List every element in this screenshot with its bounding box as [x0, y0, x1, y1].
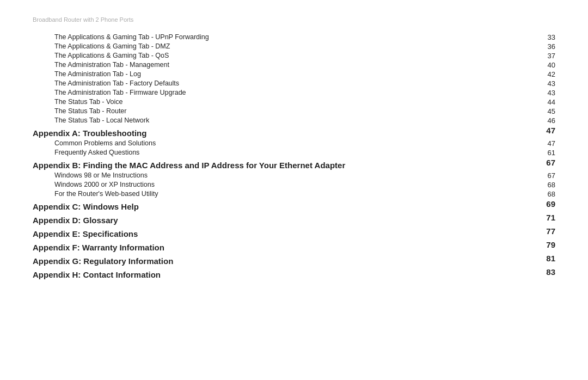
toc-page: 69: [541, 199, 555, 212]
toc-label: Appendix A: Troubleshooting: [33, 125, 541, 139]
toc-label: Appendix C: Windows Help: [33, 199, 541, 212]
toc-label: Appendix G: Regulatory Information: [33, 253, 541, 267]
toc-label: Common Problems and Solutions: [33, 139, 541, 148]
toc-row: The Applications & Gaming Tab - DMZ36: [33, 42, 555, 51]
toc-label: For the Router's Web-based Utility: [33, 189, 541, 199]
toc-page: 47: [541, 139, 555, 148]
toc-page: 71: [541, 212, 555, 226]
toc-row: The Status Tab - Voice44: [33, 97, 555, 107]
toc-page: 68: [541, 189, 555, 199]
toc-row: Appendix G: Regulatory Information81: [33, 253, 555, 267]
toc-page: 43: [541, 79, 555, 88]
toc-label: Windows 98 or Me Instructions: [33, 171, 541, 180]
toc-page: 46: [541, 116, 555, 125]
toc-page: 40: [541, 60, 555, 70]
toc-label: Appendix F: Warranty Information: [33, 240, 541, 253]
toc-page: 79: [541, 240, 555, 253]
toc-page: 67: [541, 171, 555, 180]
toc-row: The Applications & Gaming Tab - UPnP For…: [33, 33, 555, 42]
toc-page: 37: [541, 51, 555, 60]
toc-row: Common Problems and Solutions47: [33, 139, 555, 148]
toc-label: Appendix E: Specifications: [33, 226, 541, 240]
toc-label: Appendix D: Glossary: [33, 212, 541, 226]
toc-label: The Applications & Gaming Tab - QoS: [33, 51, 541, 60]
toc-label: Frequently Asked Questions: [33, 148, 541, 157]
toc-row: For the Router's Web-based Utility68: [33, 189, 555, 199]
toc-label: The Administration Tab - Management: [33, 60, 541, 70]
toc-row: Appendix A: Troubleshooting47: [33, 125, 555, 139]
toc-row: The Status Tab - Local Network46: [33, 116, 555, 125]
toc-row: Frequently Asked Questions61: [33, 148, 555, 157]
toc-page: 47: [541, 125, 555, 139]
header-label: Broadband Router with 2 Phone Ports: [33, 16, 555, 23]
toc-page: 68: [541, 180, 555, 189]
toc-row: Appendix H: Contact Information83: [33, 267, 555, 280]
toc-row: The Administration Tab - Log42: [33, 70, 555, 79]
toc-row: Appendix B: Finding the MAC Address and …: [33, 157, 555, 171]
toc-row: Windows 98 or Me Instructions67: [33, 171, 555, 180]
toc-table: The Applications & Gaming Tab - UPnP For…: [33, 33, 555, 280]
toc-label: The Status Tab - Local Network: [33, 116, 541, 125]
toc-page: 44: [541, 97, 555, 107]
toc-row: The Administration Tab - Management40: [33, 60, 555, 70]
toc-label: The Applications & Gaming Tab - DMZ: [33, 42, 541, 51]
toc-row: Appendix E: Specifications77: [33, 226, 555, 240]
toc-label: The Status Tab - Router: [33, 107, 541, 116]
toc-page: 42: [541, 70, 555, 79]
toc-page: 36: [541, 42, 555, 51]
toc-label: The Administration Tab - Factory Default…: [33, 79, 541, 88]
toc-row: The Status Tab - Router45: [33, 107, 555, 116]
toc-page: 45: [541, 107, 555, 116]
toc-page: 61: [541, 148, 555, 157]
toc-row: Appendix F: Warranty Information79: [33, 240, 555, 253]
toc-row: Appendix D: Glossary71: [33, 212, 555, 226]
toc-page: 33: [541, 33, 555, 42]
toc-page: 67: [541, 157, 555, 171]
toc-label: The Administration Tab - Firmware Upgrad…: [33, 88, 541, 97]
toc-row: The Administration Tab - Factory Default…: [33, 79, 555, 88]
toc-row: The Administration Tab - Firmware Upgrad…: [33, 88, 555, 97]
toc-page: 77: [541, 226, 555, 240]
toc-page: 43: [541, 88, 555, 97]
toc-label: The Applications & Gaming Tab - UPnP For…: [33, 33, 541, 42]
toc-page: 81: [541, 253, 555, 267]
toc-row: Appendix C: Windows Help69: [33, 199, 555, 212]
toc-row: The Applications & Gaming Tab - QoS37: [33, 51, 555, 60]
toc-label: The Status Tab - Voice: [33, 97, 541, 107]
toc-row: Windows 2000 or XP Instructions68: [33, 180, 555, 189]
page-container: Broadband Router with 2 Phone Ports The …: [0, 0, 588, 297]
toc-label: The Administration Tab - Log: [33, 70, 541, 79]
toc-label: Windows 2000 or XP Instructions: [33, 180, 541, 189]
toc-page: 83: [541, 267, 555, 280]
toc-label: Appendix H: Contact Information: [33, 267, 541, 280]
toc-label: Appendix B: Finding the MAC Address and …: [33, 157, 541, 171]
